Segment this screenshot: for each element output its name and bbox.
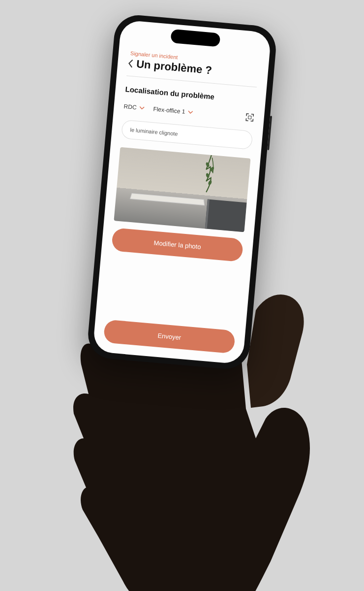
screen-content: Signaler un incident Un problème ? Local… <box>103 50 259 354</box>
location-dropdown-row: RDC Flex-office 1 <box>123 102 255 122</box>
description-input[interactable]: le luminaire clignote <box>121 120 253 150</box>
submit-button[interactable]: Envoyer <box>103 319 236 354</box>
modify-photo-button[interactable]: Modifier la photo <box>111 228 243 262</box>
room-dropdown[interactable]: Flex-office 1 <box>153 105 193 116</box>
svg-point-4 <box>208 180 212 186</box>
floor-dropdown-label: RDC <box>123 103 137 111</box>
chevron-down-icon <box>139 106 145 110</box>
app-screen: Signaler un incident Un problème ? Local… <box>92 20 272 364</box>
phone-side-button <box>267 116 272 150</box>
chevron-down-icon <box>188 110 193 114</box>
back-chevron-icon[interactable] <box>127 59 134 68</box>
photo-plant <box>198 154 221 195</box>
photo-window <box>205 199 247 232</box>
section-title: Localisation du problème <box>125 85 256 104</box>
floor-dropdown[interactable]: RDC <box>123 103 145 112</box>
photo-ceiling-light <box>130 193 205 205</box>
room-dropdown-label: Flex-office 1 <box>153 105 185 115</box>
phone-device: Signaler un incident Un problème ? Local… <box>86 13 278 371</box>
qr-scan-icon[interactable] <box>245 113 255 123</box>
description-value: le luminaire clignote <box>130 127 178 136</box>
photo-preview[interactable] <box>114 147 250 232</box>
svg-rect-0 <box>248 116 251 119</box>
